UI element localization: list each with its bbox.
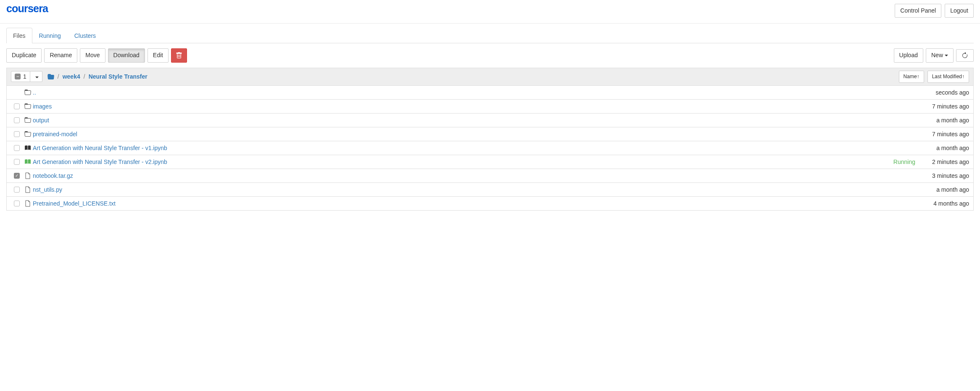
file-link[interactable]: .. bbox=[33, 89, 36, 96]
sort-modified-label: Last Modified bbox=[932, 73, 962, 80]
tab-bar: Files Running Clusters bbox=[6, 28, 974, 43]
header-buttons: Control Panel Logout bbox=[895, 4, 974, 18]
sort-name-label: Name bbox=[904, 73, 917, 80]
file-checkbox[interactable] bbox=[11, 173, 23, 179]
breadcrumb: / week4 / Neural Style Transfer bbox=[47, 73, 899, 80]
move-button[interactable]: Move bbox=[80, 48, 105, 63]
delete-button[interactable] bbox=[171, 48, 187, 63]
download-button[interactable]: Download bbox=[108, 48, 145, 63]
folder-icon bbox=[23, 89, 33, 96]
file-row[interactable]: Art Generation with Neural Style Transfe… bbox=[7, 141, 973, 155]
folder-icon bbox=[23, 131, 33, 137]
select-dropdown[interactable] bbox=[30, 71, 42, 82]
minus-icon: − bbox=[15, 74, 21, 79]
tab-running[interactable]: Running bbox=[32, 28, 68, 43]
file-row[interactable]: images 7 minutes ago bbox=[7, 99, 973, 113]
file-modified: seconds ago bbox=[919, 89, 969, 96]
trash-icon bbox=[176, 52, 182, 59]
breadcrumb-separator: / bbox=[58, 73, 59, 80]
file-modified: a month ago bbox=[919, 186, 969, 193]
select-all-group: − 1 bbox=[11, 71, 42, 82]
folder-icon bbox=[23, 117, 33, 124]
file-link[interactable]: Art Generation with Neural Style Transfe… bbox=[33, 159, 167, 165]
rename-button[interactable]: Rename bbox=[44, 48, 77, 63]
file-link[interactable]: Pretrained_Model_LICENSE.txt bbox=[33, 200, 116, 207]
notebook-icon bbox=[23, 145, 33, 151]
file-checkbox[interactable] bbox=[11, 159, 23, 165]
file-checkbox[interactable] bbox=[11, 117, 23, 123]
file-link[interactable]: nst_utils.py bbox=[33, 186, 62, 193]
file-modified: 2 minutes ago bbox=[919, 159, 969, 165]
file-name: Art Generation with Neural Style Transfe… bbox=[33, 159, 893, 165]
file-row[interactable]: pretrained-model 7 minutes ago bbox=[7, 127, 973, 141]
folder-icon bbox=[23, 103, 33, 110]
new-label: New bbox=[931, 51, 943, 60]
file-icon bbox=[23, 186, 33, 193]
file-checkbox[interactable] bbox=[11, 145, 23, 151]
file-modified: 7 minutes ago bbox=[919, 103, 969, 110]
file-name: .. bbox=[33, 89, 919, 96]
arrow-up-icon: ↑ bbox=[917, 73, 919, 80]
file-icon bbox=[23, 200, 33, 207]
refresh-button[interactable] bbox=[956, 49, 974, 62]
file-modified: 3 minutes ago bbox=[919, 172, 969, 179]
file-icon bbox=[23, 172, 33, 179]
toolbar-right: Upload New bbox=[894, 48, 974, 63]
file-link[interactable]: images bbox=[33, 103, 52, 110]
chevron-down-icon bbox=[945, 55, 948, 56]
file-checkbox[interactable] bbox=[11, 187, 23, 193]
file-link[interactable]: notebook.tar.gz bbox=[33, 172, 73, 179]
file-row[interactable]: nst_utils.py a month ago bbox=[7, 182, 973, 196]
sort-modified-button[interactable]: Last Modified ↑ bbox=[927, 71, 969, 83]
select-all-checkbox[interactable]: − 1 bbox=[11, 71, 30, 82]
breadcrumb-item-current[interactable]: Neural Style Transfer bbox=[89, 73, 148, 80]
file-row[interactable]: output a month ago bbox=[7, 113, 973, 127]
breadcrumb-item-week4[interactable]: week4 bbox=[63, 73, 80, 80]
edit-button[interactable]: Edit bbox=[148, 48, 169, 63]
duplicate-button[interactable]: Duplicate bbox=[6, 48, 42, 63]
file-modified: 7 minutes ago bbox=[919, 131, 969, 137]
selection-count: 1 bbox=[23, 73, 26, 80]
file-name: nst_utils.py bbox=[33, 186, 919, 193]
chevron-down-icon bbox=[35, 77, 39, 78]
file-name: output bbox=[33, 117, 919, 124]
logout-button[interactable]: Logout bbox=[945, 4, 974, 18]
list-header: − 1 / week4 / Neural Style Transfer Name… bbox=[6, 68, 974, 86]
upload-button[interactable]: Upload bbox=[894, 48, 923, 63]
file-name: Pretrained_Model_LICENSE.txt bbox=[33, 200, 919, 207]
file-checkbox[interactable] bbox=[11, 131, 23, 137]
file-name: pretrained-model bbox=[33, 131, 919, 137]
file-row[interactable]: notebook.tar.gz 3 minutes ago bbox=[7, 169, 973, 182]
file-modified: a month ago bbox=[919, 117, 969, 124]
file-checkbox[interactable] bbox=[11, 103, 23, 109]
new-button[interactable]: New bbox=[926, 48, 954, 63]
tab-files[interactable]: Files bbox=[6, 28, 32, 43]
file-checkbox[interactable] bbox=[11, 201, 23, 206]
svg-text:coursera: coursera bbox=[6, 3, 49, 14]
breadcrumb-separator: / bbox=[84, 73, 85, 80]
file-name: notebook.tar.gz bbox=[33, 172, 919, 179]
folder-icon[interactable] bbox=[47, 73, 54, 80]
file-name: images bbox=[33, 103, 919, 110]
file-list: .. seconds ago images 7 minutes ago outp… bbox=[6, 86, 974, 211]
toolbar-left: Duplicate Rename Move Download Edit bbox=[6, 48, 187, 63]
check-icon bbox=[14, 173, 20, 179]
control-panel-button[interactable]: Control Panel bbox=[895, 4, 941, 18]
toolbar: Duplicate Rename Move Download Edit Uplo… bbox=[0, 43, 980, 68]
file-row[interactable]: Pretrained_Model_LICENSE.txt 4 months ag… bbox=[7, 196, 973, 210]
refresh-icon bbox=[962, 52, 968, 59]
notebook-running-icon bbox=[23, 159, 33, 165]
file-modified: 4 months ago bbox=[919, 200, 969, 207]
file-name: Art Generation with Neural Style Transfe… bbox=[33, 145, 919, 151]
arrow-up-icon: ↑ bbox=[962, 73, 964, 80]
file-status: Running bbox=[893, 159, 915, 165]
file-row[interactable]: Art Generation with Neural Style Transfe… bbox=[7, 155, 973, 169]
file-link[interactable]: Art Generation with Neural Style Transfe… bbox=[33, 145, 167, 151]
file-link[interactable]: pretrained-model bbox=[33, 131, 77, 137]
sort-name-button[interactable]: Name ↑ bbox=[899, 71, 924, 83]
coursera-logo: coursera bbox=[6, 3, 82, 18]
file-row-parent[interactable]: .. seconds ago bbox=[7, 86, 973, 99]
tab-clusters[interactable]: Clusters bbox=[68, 28, 103, 43]
header: coursera Control Panel Logout bbox=[0, 0, 980, 24]
file-link[interactable]: output bbox=[33, 117, 49, 124]
